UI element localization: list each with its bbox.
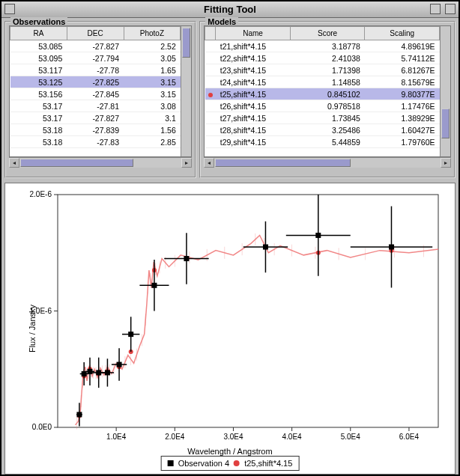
circle-icon bbox=[234, 460, 240, 466]
maximize-icon[interactable] bbox=[445, 4, 456, 14]
svg-text:3.0E4: 3.0E4 bbox=[223, 433, 243, 441]
col-photoz[interactable]: PhotoZ bbox=[124, 27, 181, 40]
table-row[interactable]: 53.095-27.7943.05 bbox=[10, 52, 181, 64]
svg-rect-104 bbox=[315, 233, 321, 238]
obs-vscrollbar[interactable] bbox=[181, 26, 191, 156]
titlebar[interactable]: Fitting Tool bbox=[1, 1, 459, 18]
obs-hscrollbar[interactable]: ◂ ▸ bbox=[9, 157, 192, 168]
y-axis-label: Flux / Jansky bbox=[28, 305, 37, 353]
table-row[interactable]: t28,shift*4.153.254861.60427E bbox=[205, 124, 440, 136]
mod-vscrollbar[interactable] bbox=[440, 26, 450, 156]
svg-rect-86 bbox=[105, 370, 110, 375]
svg-rect-107 bbox=[389, 244, 394, 249]
table-row[interactable]: t24,shift*4.151.148588.15679E bbox=[205, 76, 440, 88]
table-row[interactable]: 53.17-27.813.08 bbox=[10, 100, 181, 112]
svg-text:5.0E4: 5.0E4 bbox=[341, 433, 361, 441]
models-group: Models Name Score Scaling t21,shift*4.15… bbox=[199, 21, 456, 178]
models-table[interactable]: Name Score Scaling t21,shift*4.153.18778… bbox=[205, 26, 440, 148]
scroll-left-icon[interactable]: ◂ bbox=[9, 158, 19, 168]
table-row[interactable]: t25,shift*4.150.8451029.80377E bbox=[205, 88, 440, 100]
table-row[interactable]: 53.18-27.832.85 bbox=[10, 136, 181, 148]
table-row[interactable]: t29,shift*4.155.448591.79760E bbox=[205, 136, 440, 148]
window-title: Fitting Tool bbox=[204, 4, 256, 15]
fitting-tool-window: Fitting Tool Observations RA DEC PhotoZ bbox=[0, 0, 460, 476]
svg-rect-92 bbox=[128, 332, 133, 337]
table-row[interactable]: 53.156-27.8453.15 bbox=[10, 88, 181, 100]
table-row[interactable]: t26,shift*4.150.9785181.17476E bbox=[205, 100, 440, 112]
table-row[interactable]: t27,shift*4.151.738451.38929E bbox=[205, 112, 440, 124]
plot-legend: Observation 4 t25,shift*4.15 bbox=[161, 456, 300, 471]
observations-table[interactable]: RA DEC PhotoZ 53.085-27.8272.5253.095-27… bbox=[10, 26, 181, 148]
col-scaling[interactable]: Scaling bbox=[365, 27, 440, 40]
col-ra[interactable]: RA bbox=[10, 27, 67, 40]
table-row[interactable]: t23,shift*4.151.713986.81267E bbox=[205, 64, 440, 76]
col-score[interactable]: Score bbox=[290, 27, 365, 40]
table-row[interactable]: 53.117-27.781.65 bbox=[10, 64, 181, 76]
x-axis-label: Wavelength / Angstrom bbox=[187, 447, 272, 456]
svg-text:1.0E4: 1.0E4 bbox=[106, 433, 127, 441]
col-name[interactable]: Name bbox=[216, 27, 291, 40]
table-row[interactable]: t21,shift*4.153.187784.89619E bbox=[205, 40, 440, 52]
svg-text:2.0E-6: 2.0E-6 bbox=[30, 190, 52, 198]
svg-rect-95 bbox=[151, 283, 157, 288]
legend-model-label: t25,shift*4.15 bbox=[244, 459, 292, 468]
plot-area[interactable]: 1.0E42.0E43.0E44.0E45.0E46.0E40.0E01.0E-… bbox=[4, 183, 456, 475]
scroll-right-icon[interactable]: ▸ bbox=[181, 158, 192, 168]
svg-text:6.0E4: 6.0E4 bbox=[399, 433, 420, 441]
svg-rect-89 bbox=[117, 362, 122, 367]
svg-text:0.0E0: 0.0E0 bbox=[32, 423, 52, 431]
table-row[interactable]: 53.085-27.8272.52 bbox=[10, 40, 181, 52]
svg-rect-83 bbox=[96, 370, 101, 375]
svg-text:2.0E4: 2.0E4 bbox=[165, 433, 185, 441]
square-icon bbox=[168, 460, 174, 466]
svg-rect-0 bbox=[58, 195, 438, 427]
table-row[interactable]: t22,shift*4.152.410385.74112E bbox=[205, 52, 440, 64]
minimize-icon[interactable] bbox=[430, 4, 441, 14]
close-icon[interactable] bbox=[4, 4, 15, 14]
svg-rect-101 bbox=[263, 244, 268, 249]
scroll-right-icon[interactable]: ▸ bbox=[441, 158, 451, 168]
svg-rect-74 bbox=[76, 412, 82, 417]
selected-dot-icon bbox=[208, 93, 213, 97]
table-row[interactable]: 53.125-27.8253.15 bbox=[10, 76, 181, 88]
svg-rect-80 bbox=[87, 369, 92, 374]
svg-text:4.0E4: 4.0E4 bbox=[282, 433, 303, 441]
table-row[interactable]: 53.18-27.8391.56 bbox=[10, 124, 181, 136]
legend-obs-label: Observation 4 bbox=[178, 459, 229, 468]
mod-hscrollbar[interactable]: ◂ ▸ bbox=[204, 157, 451, 168]
svg-rect-98 bbox=[184, 256, 189, 261]
table-row[interactable]: 53.17-27.8273.1 bbox=[10, 112, 181, 124]
col-dec[interactable]: DEC bbox=[67, 27, 124, 40]
observations-group: Observations RA DEC PhotoZ 53.085-27.827… bbox=[4, 21, 196, 178]
scroll-left-icon[interactable]: ◂ bbox=[204, 158, 214, 168]
